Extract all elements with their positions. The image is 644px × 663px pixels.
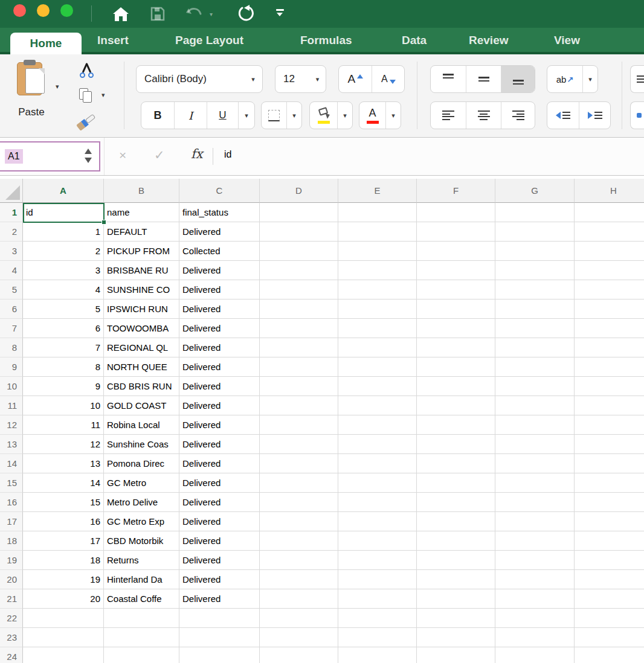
cell-B18[interactable]: CBD Motorbik	[104, 531, 179, 551]
row-number-24[interactable]: 24	[0, 647, 23, 663]
cell-D4[interactable]	[260, 261, 338, 280]
home-icon[interactable]	[111, 4, 130, 24]
cell-E19[interactable]	[338, 551, 417, 570]
cell-A23[interactable]	[23, 628, 104, 647]
cell-B17[interactable]: GC Metro Exp	[104, 512, 179, 531]
cell-C5[interactable]: Delivered	[179, 280, 260, 299]
cell-G12[interactable]	[495, 415, 575, 435]
cell-F15[interactable]	[417, 473, 495, 493]
column-header-C[interactable]: C	[179, 179, 260, 203]
cell-E14[interactable]	[338, 454, 417, 473]
align-middle-button[interactable]	[466, 66, 501, 92]
cell-H12[interactable]	[575, 415, 644, 435]
row-number-3[interactable]: 3	[0, 242, 23, 261]
cell-D17[interactable]	[260, 512, 338, 531]
cell-D15[interactable]	[260, 473, 338, 493]
collapse-ribbon-icon[interactable]	[275, 9, 284, 16]
column-header-D[interactable]: D	[260, 179, 338, 203]
cell-E6[interactable]	[338, 299, 417, 319]
cell-H23[interactable]	[575, 628, 644, 647]
align-center-button[interactable]	[466, 102, 501, 129]
cell-H19[interactable]	[575, 551, 644, 570]
cell-A13[interactable]: 12	[23, 435, 104, 454]
cell-D16[interactable]	[260, 493, 338, 512]
tab-insert[interactable]: Insert	[97, 28, 129, 54]
cell-H24[interactable]	[575, 647, 644, 663]
cell-G13[interactable]	[495, 435, 575, 454]
cell-C18[interactable]: Delivered	[179, 531, 260, 551]
cell-C19[interactable]: Delivered	[179, 551, 260, 570]
cell-E20[interactable]	[338, 570, 417, 589]
cell-F19[interactable]	[417, 551, 495, 570]
spinner-down-icon[interactable]	[85, 158, 92, 163]
cell-E4[interactable]	[338, 261, 417, 280]
cell-E12[interactable]	[338, 415, 417, 435]
cell-E16[interactable]	[338, 493, 417, 512]
cell-F7[interactable]	[417, 319, 495, 338]
cell-F14[interactable]	[417, 454, 495, 473]
cell-E3[interactable]	[338, 242, 417, 261]
cell-A6[interactable]: 5	[23, 299, 104, 319]
cell-A24[interactable]	[23, 647, 104, 663]
cell-B4[interactable]: BRISBANE RU	[104, 261, 179, 280]
cell-G23[interactable]	[495, 628, 575, 647]
cell-C8[interactable]: Delivered	[179, 338, 260, 357]
cell-D3[interactable]	[260, 242, 338, 261]
cell-G20[interactable]	[495, 570, 575, 589]
clipped-ribbon-button-bottom[interactable]	[630, 101, 644, 129]
shrink-font-button[interactable]: A	[372, 66, 404, 92]
cell-A16[interactable]: 15	[23, 493, 104, 512]
cell-F18[interactable]	[417, 531, 495, 551]
cell-G2[interactable]	[495, 222, 575, 242]
align-bottom-button[interactable]	[501, 66, 535, 92]
cell-D6[interactable]	[260, 299, 338, 319]
cell-F13[interactable]	[417, 435, 495, 454]
cell-A21[interactable]: 20	[23, 589, 104, 609]
row-number-7[interactable]: 7	[0, 319, 23, 338]
cell-D18[interactable]	[260, 531, 338, 551]
cell-B6[interactable]: IPSWICH RUN	[104, 299, 179, 319]
row-number-21[interactable]: 21	[0, 589, 23, 609]
tab-view[interactable]: View	[554, 28, 580, 54]
cell-C12[interactable]: Delivered	[179, 415, 260, 435]
cell-A10[interactable]: 9	[23, 377, 104, 396]
tab-page-layout[interactable]: Page Layout	[175, 28, 243, 54]
cell-E17[interactable]	[338, 512, 417, 531]
cell-G24[interactable]	[495, 647, 575, 663]
cell-C23[interactable]	[179, 628, 260, 647]
cell-A11[interactable]: 10	[23, 396, 104, 415]
row-number-14[interactable]: 14	[0, 454, 23, 473]
column-header-A[interactable]: A	[23, 179, 104, 203]
cell-A4[interactable]: 3	[23, 261, 104, 280]
cell-E13[interactable]	[338, 435, 417, 454]
row-number-12[interactable]: 12	[0, 415, 23, 435]
cell-D8[interactable]	[260, 338, 338, 357]
font-size-caret[interactable]: ▾	[316, 76, 320, 83]
font-color-dropdown-caret[interactable]: ▾	[385, 102, 401, 129]
row-number-9[interactable]: 9	[0, 357, 23, 377]
cell-A17[interactable]: 16	[23, 512, 104, 531]
cell-F2[interactable]	[417, 222, 495, 242]
cell-F8[interactable]	[417, 338, 495, 357]
cell-H7[interactable]	[575, 319, 644, 338]
cell-F3[interactable]	[417, 242, 495, 261]
cell-C1[interactable]: final_status	[179, 203, 260, 222]
cell-F23[interactable]	[417, 628, 495, 647]
close-window-button[interactable]	[13, 4, 26, 17]
cell-B14[interactable]: Pomona Direc	[104, 454, 179, 473]
cell-A9[interactable]: 8	[23, 357, 104, 377]
cell-B9[interactable]: NORTH QUEE	[104, 357, 179, 377]
cell-D19[interactable]	[260, 551, 338, 570]
cell-F16[interactable]	[417, 493, 495, 512]
borders-dropdown-caret[interactable]: ▾	[286, 102, 301, 129]
cell-B10[interactable]: CBD BRIS RUN	[104, 377, 179, 396]
cell-A1[interactable]: id	[23, 203, 104, 222]
cell-D9[interactable]	[260, 357, 338, 377]
italic-button[interactable]: I	[174, 102, 207, 129]
cell-B3[interactable]: PICKUP FROM	[104, 242, 179, 261]
cell-A15[interactable]: 14	[23, 473, 104, 493]
cell-H9[interactable]	[575, 357, 644, 377]
font-color-button[interactable]: A	[359, 102, 385, 129]
cell-E9[interactable]	[338, 357, 417, 377]
cell-A12[interactable]: 11	[23, 415, 104, 435]
